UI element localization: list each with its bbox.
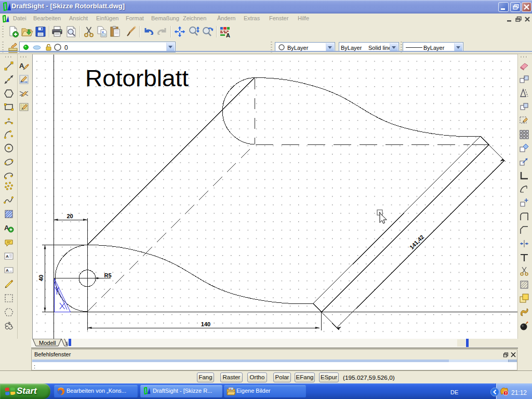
svg-text:R5: R5 <box>104 272 112 278</box>
svg-text:A: A <box>226 32 230 38</box>
svg-text:Rotorblatt: Rotorblatt <box>85 65 189 91</box>
svg-text:A: A <box>6 254 9 259</box>
svg-text:20: 20 <box>67 213 73 219</box>
svg-text:A: A <box>6 268 9 273</box>
svg-text:A: A <box>19 62 24 70</box>
svg-text:s: s <box>65 340 68 346</box>
svg-text:Modell: Modell <box>39 340 56 346</box>
svg-text:140: 140 <box>201 321 210 327</box>
svg-text:40: 40 <box>38 275 44 281</box>
svg-text:0: 0 <box>64 44 68 51</box>
